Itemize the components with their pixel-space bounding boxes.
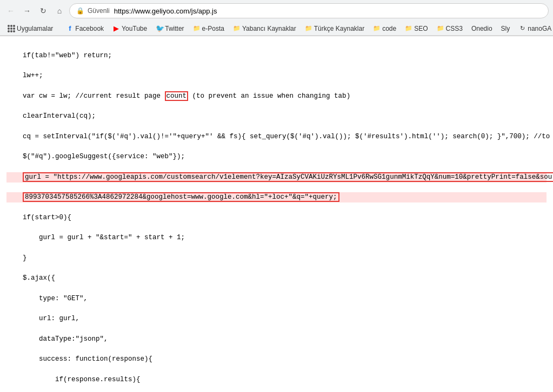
turkce-label: Türkçe Kaynaklar [314, 25, 364, 32]
secure-label: Güvenli [88, 7, 110, 15]
code-line-14: url: gurl, [6, 314, 547, 324]
code-line-1: if(tab!="web") return; [6, 51, 547, 61]
bookmark-turkce[interactable]: 📁 Türkçe Kaynaklar [302, 24, 368, 33]
code-line-11: } [6, 253, 547, 263]
address-bar-container[interactable]: 🔒 Güvenli [69, 3, 549, 18]
count-highlight: count [165, 91, 189, 101]
gurl-highlight: gurl = "https://www.googleapis.com/custo… [23, 172, 553, 182]
bookmark-yabanci[interactable]: 📁 Yabancı Kaynaklar [230, 24, 299, 33]
bookmark-code[interactable]: 📁 code [370, 24, 399, 33]
lock-icon: 🔒 [76, 7, 84, 15]
code-line-15: dataType:"jsonp", [6, 334, 547, 344]
bookmark-sly[interactable]: Sly [498, 24, 514, 33]
code-line-13: type: "GET", [6, 294, 547, 304]
youtube-label: YouTube [122, 25, 147, 32]
forward-button[interactable]: → [21, 4, 34, 17]
twitter-label: Twitter [165, 25, 184, 32]
css3-icon: 📁 [437, 25, 444, 32]
eposta-icon: 📁 [193, 25, 201, 32]
facebook-icon: f [66, 24, 74, 32]
css3-label: CSS3 [446, 25, 463, 32]
code-icon: 📁 [373, 25, 381, 32]
yabanci-icon: 📁 [233, 25, 241, 32]
code-line-17: if(response.results){ [6, 375, 547, 385]
code-area: if(tab!="web") return; lw++; var cw = lw… [0, 36, 553, 392]
refresh-button[interactable]: ↻ [37, 4, 50, 17]
bookmark-facebook[interactable]: f Facebook [63, 23, 107, 33]
nanoga-icon: ↻ [518, 25, 526, 32]
twitter-icon: 🐦 [156, 24, 163, 32]
bookmark-nanoga[interactable]: ↻ nanoGA [515, 24, 553, 33]
code-line-4: clearInterval(cq); [6, 111, 547, 121]
onedio-label: Onedio [471, 25, 492, 32]
code-line-8: 8993703457585266%3A4862972284&googlehost… [6, 192, 547, 202]
nanoga-label: nanoGA [528, 25, 551, 32]
seo-label: SEO [414, 25, 428, 32]
seo-icon: 📁 [405, 25, 412, 32]
code-line-16: success: function(response){ [6, 354, 547, 364]
home-button[interactable]: ⌂ [53, 4, 66, 17]
bookmarks-bar: Uygulamalar f Facebook ▶ YouTube 🐦 Twitt… [0, 22, 553, 36]
apps-button[interactable]: Uygulamalar [4, 24, 56, 33]
code-line-12: $.ajax({ [6, 273, 547, 283]
grid-icon [8, 25, 15, 32]
bookmark-css3[interactable]: 📁 CSS3 [434, 24, 466, 33]
code-label: code [382, 25, 396, 32]
gurl-highlight-2: 8993703457585266%3A4862972284&googlehost… [23, 192, 339, 202]
browser-chrome: ← → ↻ ⌂ 🔒 Güvenli Uygulamalar f [0, 0, 553, 36]
bookmark-twitter[interactable]: 🐦 Twitter [152, 23, 187, 33]
code-line-3: var cw = lw; //current result page count… [6, 91, 547, 102]
youtube-icon: ▶ [112, 24, 120, 32]
code-line-7: gurl = "https://www.googleapis.com/custo… [6, 172, 547, 183]
code-line-2: lw++; [6, 71, 547, 81]
nav-bar: ← → ↻ ⌂ 🔒 Güvenli [0, 0, 553, 22]
bookmark-eposta[interactable]: 📁 e-Posta [190, 24, 228, 33]
code-line-6: $("#q").googleSuggest({service: "web"}); [6, 152, 547, 162]
eposta-label: e-Posta [202, 25, 224, 32]
bookmark-onedio[interactable]: Onedio [468, 24, 496, 33]
code-line-9: if(start>0){ [6, 213, 547, 223]
sly-label: Sly [501, 25, 510, 32]
facebook-label: Facebook [75, 25, 104, 32]
bookmark-youtube[interactable]: ▶ YouTube [109, 23, 150, 33]
turkce-icon: 📁 [305, 25, 312, 32]
url-input[interactable] [114, 7, 542, 15]
back-button[interactable]: ← [4, 4, 17, 17]
code-line-10: gurl = gurl + "&start=" + start + 1; [6, 233, 547, 243]
yabanci-label: Yabancı Kaynaklar [242, 25, 296, 32]
bookmark-seo[interactable]: 📁 SEO [402, 24, 431, 33]
apps-label: Uygulamalar [17, 25, 53, 32]
code-line-5: cq = setInterval("if($('#q').val()!='"+q… [6, 132, 547, 142]
